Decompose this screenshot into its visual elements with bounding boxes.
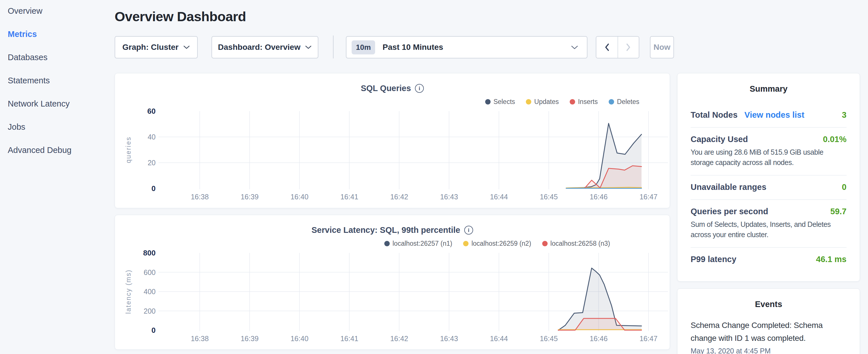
page-title: Overview Dashboard: [115, 9, 246, 24]
view-nodes-list-link[interactable]: View nodes list: [744, 110, 804, 120]
sidebar-item-advanced-debug[interactable]: Advanced Debug: [0, 146, 115, 169]
svg-text:60: 60: [147, 107, 156, 116]
svg-text:200: 200: [144, 307, 156, 315]
events-panel: Events Schema Change Completed: Schema c…: [677, 288, 860, 354]
svg-text:16:40: 16:40: [290, 334, 309, 343]
svg-text:16:42: 16:42: [390, 334, 408, 343]
svg-text:16:44: 16:44: [490, 334, 508, 343]
svg-text:0: 0: [152, 326, 156, 334]
svg-text:600: 600: [144, 268, 156, 277]
svg-text:16:45: 16:45: [540, 334, 558, 343]
time-range-badge: 10m: [351, 40, 375, 55]
summary-row-total-nodes: Total Nodes View nodes list 3: [691, 94, 846, 128]
summary-description: You are using 28.6 MiB of 515.9 GiB usab…: [691, 147, 846, 167]
summary-label: Capacity Used: [691, 135, 748, 144]
svg-text:16:47: 16:47: [640, 334, 658, 343]
svg-text:16:41: 16:41: [340, 193, 359, 201]
chevron-left-icon: [604, 43, 610, 52]
summary-value: 0.01%: [823, 135, 846, 144]
svg-text:16:38: 16:38: [191, 193, 209, 201]
overview-dashboard-page: OverviewMetricsDatabasesStatementsNetwor…: [0, 0, 868, 354]
graph-dropdown-label: Graph: Cluster: [122, 43, 179, 52]
chevron-right-icon: [626, 43, 631, 52]
svg-text:800: 800: [143, 249, 156, 257]
sql-queries-chart-card: SQL Queries SelectsUpdatesInsertsDeletes…: [115, 73, 670, 208]
chevron-down-icon: [571, 45, 578, 50]
svg-text:0: 0: [152, 184, 156, 193]
controls-divider: [333, 35, 334, 58]
summary-row-p99-latency: P99 latency 46.1 ms: [691, 248, 846, 271]
summary-description: Sum of Selects, Updates, Inserts, and De…: [691, 219, 846, 240]
summary-value: 3: [842, 110, 846, 120]
svg-text:16:43: 16:43: [440, 193, 458, 201]
svg-text:16:45: 16:45: [540, 193, 558, 201]
summary-label: Total Nodes: [691, 110, 738, 120]
sidebar-item-metrics[interactable]: Metrics: [0, 30, 115, 53]
summary-panel: Summary Total Nodes View nodes list 3 Ca…: [677, 73, 860, 282]
graph-dropdown[interactable]: Graph: Cluster: [115, 36, 198, 58]
service-latency-plot[interactable]: 16:3816:3916:4016:4116:4216:4316:4416:45…: [115, 215, 670, 349]
svg-text:400: 400: [144, 288, 156, 296]
summary-label: Unavailable ranges: [691, 183, 766, 192]
summary-label: Queries per second: [691, 207, 768, 216]
svg-text:16:39: 16:39: [241, 193, 259, 201]
event-timestamp: May 13, 2020 at 4:45 PM: [691, 347, 846, 354]
svg-text:16:42: 16:42: [390, 193, 408, 201]
dashboard-dropdown-label: Dashboard: Overview: [218, 43, 301, 52]
summary-label: P99 latency: [691, 255, 737, 264]
event-item[interactable]: Schema Change Completed: Schema change w…: [691, 319, 846, 354]
svg-text:16:44: 16:44: [490, 193, 508, 201]
svg-text:16:41: 16:41: [340, 334, 359, 343]
now-button[interactable]: Now: [650, 36, 674, 58]
time-range-label: Past 10 Minutes: [382, 43, 443, 52]
next-time-button[interactable]: [618, 37, 639, 58]
time-pager: [596, 36, 639, 58]
chevron-down-icon: [305, 45, 312, 49]
event-message: Schema Change Completed: Schema change w…: [691, 319, 828, 345]
svg-text:16:39: 16:39: [241, 334, 259, 343]
dashboard-dropdown[interactable]: Dashboard: Overview: [212, 36, 318, 58]
sidebar-item-overview[interactable]: Overview: [0, 6, 115, 30]
sql-queries-plot[interactable]: 16:3816:3916:4016:4116:4216:4316:4416:45…: [115, 73, 670, 208]
summary-row-unavailable-ranges: Unavailable ranges 0: [691, 175, 846, 200]
dashboard-controls: Graph: Cluster Dashboard: Overview 10m P…: [115, 36, 688, 58]
svg-text:16:40: 16:40: [290, 193, 309, 201]
svg-text:16:47: 16:47: [640, 193, 658, 201]
sidebar-item-statements[interactable]: Statements: [0, 76, 115, 99]
summary-value: 59.7: [831, 207, 846, 216]
summary-row-capacity-used: Capacity Used 0.01% You are using 28.6 M…: [691, 128, 846, 175]
summary-row-queries-per-second: Queries per second 59.7 Sum of Selects, …: [691, 200, 846, 248]
svg-text:16:43: 16:43: [440, 334, 458, 343]
svg-text:16:46: 16:46: [590, 334, 608, 343]
summary-value: 0: [842, 183, 846, 192]
svg-text:20: 20: [148, 159, 156, 167]
time-range-selector[interactable]: 10m Past 10 Minutes: [346, 36, 587, 58]
prev-time-button[interactable]: [596, 37, 618, 58]
sidebar-item-jobs[interactable]: Jobs: [0, 122, 115, 146]
sidebar-nav: OverviewMetricsDatabasesStatementsNetwor…: [0, 0, 115, 354]
chevron-down-icon: [183, 45, 190, 49]
svg-text:40: 40: [148, 133, 156, 141]
svg-text:queries: queries: [125, 137, 132, 163]
summary-value: 46.1 ms: [816, 255, 846, 264]
svg-text:16:46: 16:46: [590, 193, 608, 201]
sidebar-item-databases[interactable]: Databases: [0, 53, 115, 76]
service-latency-chart-card: Service Latency: SQL, 99th percentile lo…: [115, 215, 670, 350]
svg-text:latency (ms): latency (ms): [125, 269, 132, 314]
sidebar-item-network-latency[interactable]: Network Latency: [0, 99, 115, 122]
svg-text:16:38: 16:38: [191, 334, 209, 343]
events-title: Events: [691, 299, 846, 309]
summary-title: Summary: [691, 84, 846, 94]
